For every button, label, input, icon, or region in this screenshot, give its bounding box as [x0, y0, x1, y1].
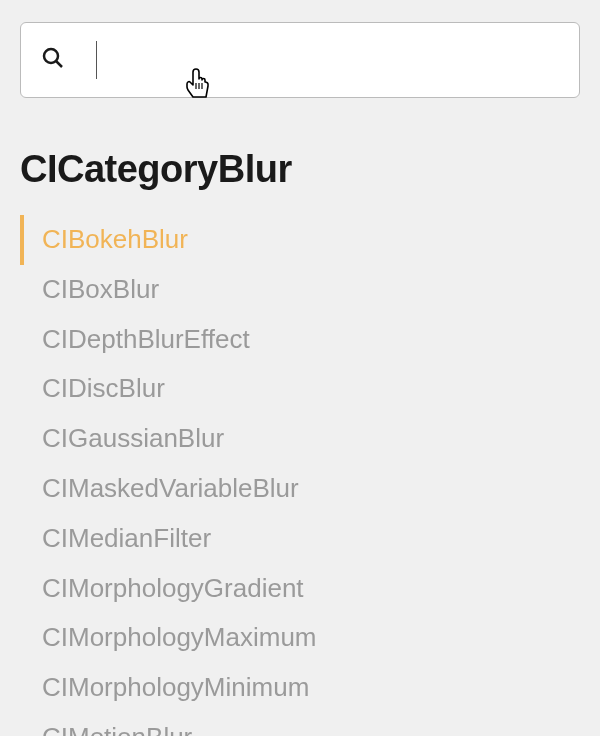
filter-item-motion-blur[interactable]: CIMotionBlur	[20, 713, 580, 736]
filter-item-morphology-maximum[interactable]: CIMorphologyMaximum	[20, 613, 580, 663]
filter-list: CIBokehBlur CIBoxBlur CIDepthBlurEffect …	[20, 215, 580, 736]
text-cursor	[96, 41, 97, 79]
filter-item-gaussian-blur[interactable]: CIGaussianBlur	[20, 414, 580, 464]
category-title: CICategoryBlur	[20, 148, 580, 191]
filter-item-depth-blur-effect[interactable]: CIDepthBlurEffect	[20, 315, 580, 365]
filter-item-median-filter[interactable]: CIMedianFilter	[20, 514, 580, 564]
filter-item-bokeh-blur[interactable]: CIBokehBlur	[20, 215, 580, 265]
filter-item-masked-variable-blur[interactable]: CIMaskedVariableBlur	[20, 464, 580, 514]
search-box[interactable]	[20, 22, 580, 98]
search-icon	[41, 46, 65, 74]
svg-line-1	[56, 61, 62, 67]
filter-item-morphology-minimum[interactable]: CIMorphologyMinimum	[20, 663, 580, 713]
search-input[interactable]	[65, 23, 559, 97]
filter-item-box-blur[interactable]: CIBoxBlur	[20, 265, 580, 315]
filter-item-morphology-gradient[interactable]: CIMorphologyGradient	[20, 564, 580, 614]
svg-point-0	[44, 49, 58, 63]
filter-item-disc-blur[interactable]: CIDiscBlur	[20, 364, 580, 414]
